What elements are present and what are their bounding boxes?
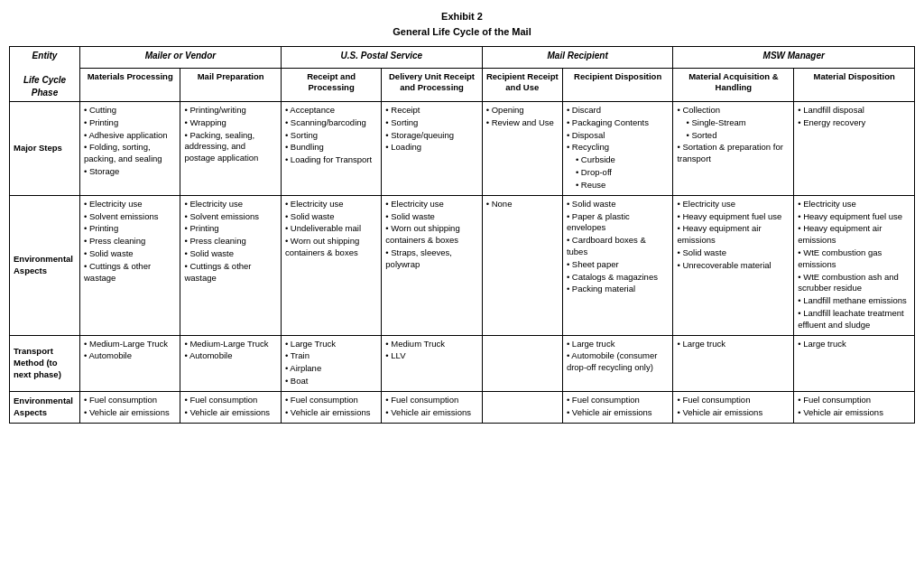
- mailer-group-header: Mailer or Vendor: [80, 47, 282, 69]
- cell-env_aspects1-col4: Electricity useSolid wasteWorn out shipp…: [382, 195, 482, 335]
- cell-env_aspects2-col2: Fuel consumptionVehicle air emissions: [180, 391, 281, 423]
- col6-header: Recipient Disposition: [562, 68, 673, 101]
- cell-major_steps-col5: OpeningReview and Use: [482, 102, 562, 196]
- cell-env_aspects1-col2: Electricity useSolvent emissionsPrinting…: [180, 195, 281, 335]
- usps-group-header: U.S. Postal Service: [281, 47, 482, 69]
- col5-header: Recipient Receipt and Use: [482, 68, 562, 101]
- col8-header: Material Disposition: [794, 68, 915, 101]
- row-label-transport: Transport Method (to next phase): [10, 335, 80, 391]
- cell-major_steps-col1: CuttingPrintingAdhesive applicationFoldi…: [80, 102, 180, 196]
- col7-header: Material Acquisition & Handling: [673, 68, 794, 101]
- cell-major_steps-col4: ReceiptSortingStorage/queuingLoading: [382, 102, 482, 196]
- msw-group-header: MSW Manager: [673, 47, 915, 69]
- col4-header: Delivery Unit Receipt and Processing: [382, 68, 482, 101]
- table-body: Major StepsCuttingPrintingAdhesive appli…: [10, 102, 915, 424]
- cell-transport-col7: Large truck: [673, 335, 794, 391]
- cell-transport-col8: Large truck: [794, 335, 915, 391]
- cell-env_aspects1-col7: Electricity useHeavy equipment fuel useH…: [673, 195, 794, 335]
- cell-env_aspects2-col4: Fuel consumptionVehicle air emissions: [382, 391, 482, 423]
- col1-header: Materials Processing: [80, 68, 180, 101]
- cell-env_aspects2-col5: [482, 391, 562, 423]
- cell-major_steps-col7: CollectionSingle-StreamSortedSortation &…: [673, 102, 794, 196]
- cell-env_aspects2-col1: Fuel consumptionVehicle air emissions: [80, 391, 180, 423]
- cell-transport-col4: Medium TruckLLV: [382, 335, 482, 391]
- cell-env_aspects1-col5: None: [482, 195, 562, 335]
- cell-major_steps-col8: Landfill disposalEnergy recovery: [794, 102, 915, 196]
- cell-env_aspects2-col7: Fuel consumptionVehicle air emissions: [673, 391, 794, 423]
- cell-major_steps-col6: DiscardPackaging ContentsDisposalRecycli…: [562, 102, 673, 196]
- cell-env_aspects1-col6: Solid wastePaper & plastic envelopesCard…: [562, 195, 673, 335]
- recipient-group-header: Mail Recipient: [482, 47, 673, 69]
- row-label-major_steps: Major Steps: [10, 102, 80, 196]
- cell-env_aspects1-col1: Electricity useSolvent emissionsPrinting…: [80, 195, 180, 335]
- cell-major_steps-col2: Printing/writingWrappingPacking, sealing…: [180, 102, 281, 196]
- cell-env_aspects1-col3: Electricity useSolid wasteUndeliverable …: [281, 195, 381, 335]
- lifecycle-table: Entity Life Cycle Phase Mailer or Vendor…: [9, 46, 915, 424]
- cell-env_aspects2-col8: Fuel consumptionVehicle air emissions: [794, 391, 915, 423]
- cell-env_aspects2-col3: Fuel consumptionVehicle air emissions: [281, 391, 381, 423]
- cell-major_steps-col3: AcceptanceScanning/barcodingSortingBundl…: [281, 102, 381, 196]
- cell-transport-col3: Large TruckTrainAirplaneBoat: [281, 335, 381, 391]
- cell-env_aspects1-col8: Electricity useHeavy equipment fuel useH…: [794, 195, 915, 335]
- exhibit-title: Exhibit 2 General Life Cycle of the Mail: [9, 9, 915, 39]
- row-label-env_aspects2: Environmental Aspects: [10, 391, 80, 423]
- row-label-env_aspects1: Environmental Aspects: [10, 195, 80, 335]
- col2-header: Mail Preparation: [180, 68, 281, 101]
- cell-transport-col5: [482, 335, 562, 391]
- cell-transport-col1: Medium-Large TruckAutomobile: [80, 335, 180, 391]
- entity-header: Entity Life Cycle Phase: [10, 47, 80, 102]
- col3-header: Receipt and Processing: [281, 68, 381, 101]
- cell-env_aspects2-col6: Fuel consumptionVehicle air emissions: [562, 391, 673, 423]
- cell-transport-col6: Large truckAutomobile (consumer drop-off…: [562, 335, 673, 391]
- cell-transport-col2: Medium-Large TruckAutomobile: [180, 335, 281, 391]
